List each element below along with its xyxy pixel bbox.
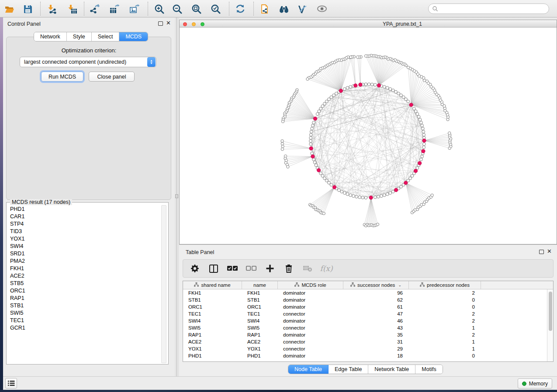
- search-input[interactable]: [438, 6, 549, 12]
- mcds-result-item[interactable]: TID3: [7, 227, 161, 235]
- cell-mcds-role[interactable]: dominator: [278, 332, 343, 337]
- column-header-shared-name[interactable]: shared name: [183, 281, 242, 289]
- cell-mcds-role[interactable]: dominator: [278, 353, 343, 358]
- table-row[interactable]: STB1STB1dominator620: [183, 296, 547, 303]
- cell-predecessor-nodes[interactable]: 0: [409, 304, 481, 309]
- cell-shared-name[interactable]: RAP1: [183, 332, 242, 337]
- cell-mcds-role[interactable]: connector: [278, 311, 343, 316]
- mcds-result-item[interactable]: TEC1: [7, 316, 161, 324]
- cell-mcds-role[interactable]: dominator: [278, 304, 343, 309]
- mcds-result-item[interactable]: ACE2: [7, 272, 161, 279]
- tab-mcds[interactable]: MCDS: [119, 32, 148, 41]
- table-row[interactable]: FKH1FKH1dominator962: [183, 289, 547, 296]
- columns-icon[interactable]: [208, 263, 219, 274]
- open-icon[interactable]: [2, 2, 17, 16]
- export-image-icon[interactable]: [127, 2, 142, 16]
- table-row[interactable]: TEC1TEC1connector472: [183, 310, 547, 317]
- column-header-MCDS-role[interactable]: MCDS role: [278, 281, 343, 289]
- deselect-all-icon[interactable]: [246, 263, 257, 274]
- table-row[interactable]: SWI5SWI5connector431: [183, 324, 547, 331]
- cell-predecessor-nodes[interactable]: 0: [409, 353, 481, 358]
- cell-mcds-role[interactable]: dominator: [278, 318, 343, 323]
- cell-name[interactable]: YOX1: [242, 346, 278, 351]
- cell-successor-nodes[interactable]: 61: [343, 304, 409, 309]
- cell-predecessor-nodes[interactable]: 2: [409, 318, 481, 323]
- search-field[interactable]: [428, 3, 549, 14]
- splitter-grip[interactable]: [175, 194, 178, 198]
- tab-select[interactable]: Select: [92, 32, 120, 41]
- cell-name[interactable]: PHD1: [242, 353, 278, 358]
- binoculars-icon[interactable]: [277, 2, 291, 16]
- mcds-result-item[interactable]: PMA2: [7, 257, 161, 265]
- zoom-in-icon[interactable]: [152, 2, 167, 16]
- cell-successor-nodes[interactable]: 46: [343, 318, 409, 323]
- mcds-result-list[interactable]: PHD1CAR1STP4TID3YOX1SWI4SRD1PMA2FKH1ACE2…: [7, 205, 161, 364]
- mcds-result-scrollbar[interactable]: [161, 205, 166, 363]
- cell-successor-nodes[interactable]: 35: [343, 332, 409, 337]
- import-table-icon[interactable]: [65, 2, 80, 16]
- table-row[interactable]: SWI4SWI4dominator462: [183, 317, 547, 324]
- mcds-result-item[interactable]: STB1: [7, 302, 161, 309]
- zoom-selected-icon[interactable]: [208, 2, 223, 16]
- cell-predecessor-nodes[interactable]: 2: [409, 290, 481, 296]
- cell-successor-nodes[interactable]: 29: [343, 346, 409, 351]
- float-panel-icon[interactable]: [158, 21, 163, 26]
- mcds-result-item[interactable]: SWI5: [7, 309, 161, 316]
- cell-name[interactable]: ACE2: [242, 339, 278, 344]
- gear-icon[interactable]: [189, 263, 201, 274]
- cell-mcds-role[interactable]: connector: [278, 325, 343, 330]
- column-header-successor-nodes[interactable]: successor nodes⌄: [343, 281, 409, 289]
- delete-icon[interactable]: [283, 263, 294, 274]
- table-row[interactable]: ORC1ORC1dominator610: [183, 303, 547, 310]
- cell-mcds-role[interactable]: dominator: [278, 297, 343, 303]
- mcds-result-item[interactable]: CAR1: [7, 213, 161, 220]
- cell-predecessor-nodes[interactable]: 2: [409, 332, 481, 337]
- eye-icon[interactable]: [315, 2, 329, 16]
- tab-edge-table[interactable]: Edge Table: [329, 365, 368, 374]
- cell-predecessor-nodes[interactable]: 2: [409, 311, 481, 316]
- refresh-icon[interactable]: [233, 2, 248, 16]
- cell-predecessor-nodes[interactable]: 0: [409, 297, 481, 303]
- mcds-result-item[interactable]: SRD1: [7, 250, 161, 257]
- export-table-icon[interactable]: [107, 2, 122, 16]
- mcds-result-item[interactable]: STP4: [7, 220, 161, 227]
- mcds-result-item[interactable]: SWI4: [7, 242, 161, 250]
- mcds-result-item[interactable]: STB5: [7, 279, 161, 287]
- save-icon[interactable]: [21, 2, 35, 16]
- column-header-predecessor-nodes[interactable]: predecessor nodes: [409, 281, 481, 289]
- cell-shared-name[interactable]: ORC1: [183, 304, 242, 309]
- cell-shared-name[interactable]: ACE2: [183, 339, 242, 344]
- close-panel-button[interactable]: Close panel: [89, 72, 135, 82]
- table-row[interactable]: ACE2ACE2connector311: [183, 338, 547, 345]
- cell-name[interactable]: SWI5: [242, 325, 278, 330]
- cell-name[interactable]: SWI4: [242, 318, 278, 323]
- export-network-icon[interactable]: [87, 2, 102, 16]
- cell-mcds-role[interactable]: connector: [278, 346, 343, 351]
- cell-successor-nodes[interactable]: 18: [343, 353, 409, 358]
- network-document-icon[interactable]: [258, 2, 273, 16]
- zoom-out-icon[interactable]: [170, 2, 185, 16]
- import-network-icon[interactable]: [45, 2, 60, 16]
- table-row[interactable]: PHD1PHD1dominator180: [183, 352, 547, 359]
- vizmap-icon[interactable]: [295, 2, 310, 16]
- table-row[interactable]: RAP1RAP1dominator352: [183, 331, 547, 338]
- mcds-result-item[interactable]: YOX1: [7, 235, 161, 242]
- cell-shared-name[interactable]: FKH1: [183, 290, 242, 296]
- cell-successor-nodes[interactable]: 43: [343, 325, 409, 330]
- mcds-result-item[interactable]: GCR1: [7, 324, 161, 331]
- column-header-name[interactable]: name: [242, 281, 278, 289]
- tab-style[interactable]: Style: [67, 32, 92, 41]
- network-canvas[interactable]: [180, 28, 557, 244]
- cell-shared-name[interactable]: SWI5: [183, 325, 242, 330]
- mcds-result-item[interactable]: PHD1: [7, 205, 161, 213]
- tab-motifs[interactable]: Motifs: [415, 365, 442, 374]
- mcds-result-item[interactable]: RAP1: [7, 294, 161, 302]
- panel-splitter[interactable]: [175, 17, 179, 376]
- task-history-button[interactable]: [5, 378, 17, 389]
- table-scrollbar[interactable]: [547, 289, 553, 361]
- node-table[interactable]: shared namenameMCDS rolesuccessor nodes⌄…: [183, 281, 554, 362]
- table-scrollbar-thumb[interactable]: [549, 292, 552, 331]
- add-icon[interactable]: [264, 263, 276, 274]
- cell-name[interactable]: TEC1: [242, 311, 278, 316]
- mcds-result-item[interactable]: FKH1: [7, 265, 161, 272]
